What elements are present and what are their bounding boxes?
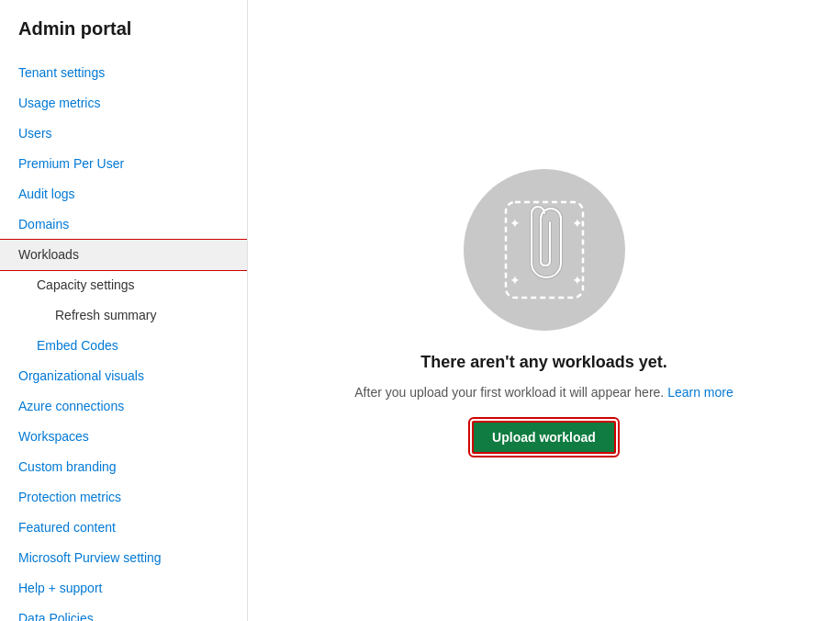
sidebar-item-protection-metrics[interactable]: Protection metrics [0, 482, 247, 513]
sidebar-item-embed-codes[interactable]: Embed Codes [0, 331, 247, 361]
sidebar: Admin portal Tenant settingsUsage metric… [0, 0, 248, 621]
sidebar-item-custom-branding[interactable]: Custom branding [0, 452, 247, 482]
sidebar-item-refresh-summary[interactable]: Refresh summary [0, 300, 247, 331]
learn-more-link[interactable]: Learn more [667, 385, 734, 400]
upload-workload-button[interactable]: Upload workload [472, 421, 616, 454]
sidebar-item-premium-per-user[interactable]: Premium Per User [0, 149, 247, 179]
app-title: Admin portal [0, 18, 247, 58]
svg-text:✦: ✦ [572, 216, 583, 231]
svg-text:✦: ✦ [572, 273, 583, 288]
sidebar-item-workloads[interactable]: Workloads [0, 240, 247, 270]
sidebar-item-domains[interactable]: Domains [0, 209, 247, 240]
sidebar-item-microsoft-purview[interactable]: Microsoft Purview setting [0, 543, 247, 573]
sidebar-item-usage-metrics[interactable]: Usage metrics [0, 88, 247, 119]
svg-text:✦: ✦ [510, 273, 521, 288]
sidebar-item-data-policies[interactable]: Data Policies [0, 604, 247, 621]
sidebar-item-featured-content[interactable]: Featured content [0, 513, 247, 543]
sidebar-item-audit-logs[interactable]: Audit logs [0, 179, 247, 209]
workload-illustration: ✦ ✦ ✦ ✦ [462, 167, 627, 333]
sidebar-item-tenant-settings[interactable]: Tenant settings [0, 58, 247, 88]
svg-point-0 [464, 169, 625, 331]
sidebar-item-organizational-visuals[interactable]: Organizational visuals [0, 361, 247, 391]
empty-description: After you upload your first workload it … [354, 383, 733, 402]
sidebar-item-users[interactable]: Users [0, 119, 247, 149]
svg-text:✦: ✦ [510, 216, 521, 231]
empty-title: There aren't any workloads yet. [420, 353, 666, 372]
main-content: ✦ ✦ ✦ ✦ There aren't any workloads yet. … [248, 0, 840, 621]
empty-state: ✦ ✦ ✦ ✦ There aren't any workloads yet. … [354, 167, 733, 454]
sidebar-item-workspaces[interactable]: Workspaces [0, 422, 247, 452]
sidebar-item-azure-connections[interactable]: Azure connections [0, 391, 247, 422]
sidebar-item-capacity-settings[interactable]: Capacity settings [0, 270, 247, 300]
sidebar-item-help-support[interactable]: Help + support [0, 573, 247, 604]
